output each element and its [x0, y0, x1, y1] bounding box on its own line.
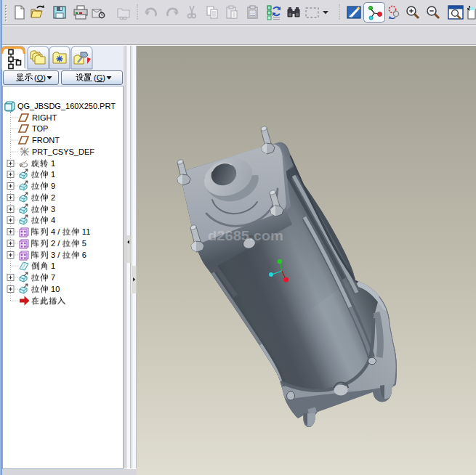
svg-text:11: 11 [80, 227, 90, 236]
svg-text:QG_JBSDG_160X250.PRT: QG_JBSDG_160X250.PRT [17, 102, 116, 110]
svg-text:4: 4 [49, 216, 55, 224]
svg-text:7: 7 [49, 273, 55, 282]
svg-text:4 /: 4 / [49, 227, 62, 236]
svg-text:1: 1 [49, 261, 55, 270]
svg-text:TOP: TOP [32, 124, 48, 133]
svg-text:(G): (G) [94, 73, 105, 82]
svg-text:1: 1 [49, 170, 55, 179]
svg-text:10: 10 [49, 285, 60, 293]
svg-text:3: 3 [49, 205, 55, 214]
svg-text:(O): (O) [34, 73, 46, 82]
svg-text:RIGHT: RIGHT [32, 113, 57, 122]
svg-text:9: 9 [49, 182, 55, 190]
svg-text:2 /: 2 / [49, 239, 62, 248]
svg-text:6: 6 [80, 251, 86, 259]
svg-text:PRT_CSYS_DEF: PRT_CSYS_DEF [32, 147, 94, 156]
svg-text:5: 5 [80, 239, 86, 248]
svg-text:3 /: 3 / [49, 251, 62, 259]
svg-text:FRONT: FRONT [32, 136, 60, 145]
svg-text:1: 1 [49, 159, 55, 168]
svg-text:d2685.com: d2685.com [208, 229, 283, 243]
svg-text:2: 2 [49, 193, 55, 202]
